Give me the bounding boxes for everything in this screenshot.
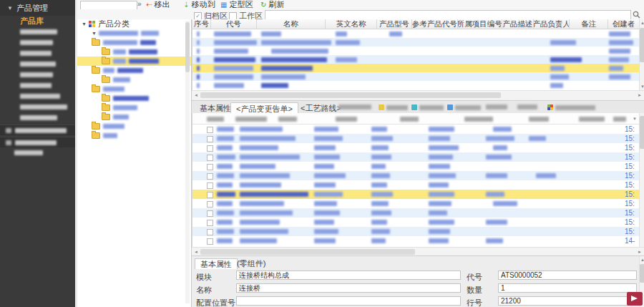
sidebar-item[interactable] [0,59,75,69]
column-header[interactable]: 产品描述 [502,19,534,29]
sidebar-header[interactable]: ▼ 产品管理 [0,0,75,16]
scroll-left-icon[interactable]: ◄ [194,250,198,254]
column-header[interactable]: 参考产品代号 [412,19,458,29]
table-row[interactable]: 15: [192,218,640,227]
scroll-left-icon[interactable]: ◄ [194,93,198,97]
tab-basic-properties[interactable]: 基本属性 [195,258,238,269]
table-row[interactable] [192,55,640,64]
name-field[interactable] [236,283,461,293]
移动到-button[interactable]: ⇣移动到 [180,0,218,9]
table-row[interactable]: 15: [192,180,640,190]
column-header[interactable]: 英文名称 [326,19,377,29]
sidebar-sub-item[interactable] [0,147,75,158]
code-field[interactable] [498,271,637,280]
tree-item[interactable]: ▼ [77,29,191,38]
column-header[interactable]: 代号 [211,19,257,29]
table-row[interactable]: 15: [192,162,640,171]
table-row[interactable]: 14- [192,236,640,245]
移出-button[interactable]: ⇠移出 [143,0,172,9]
column-header[interactable]: 备注 [570,19,608,29]
sidebar-item-product-library[interactable]: 产品库 [0,16,75,26]
detail-toolbar-button[interactable] [447,104,481,110]
table-row[interactable]: 15: [192,143,640,152]
sidebar-item[interactable] [0,91,75,102]
row-checkbox[interactable] [207,155,213,161]
table-row[interactable]: 15: [192,199,640,208]
scroll-down-icon[interactable]: ▼ [640,84,644,89]
component-table-vscrollbar[interactable] [639,113,644,247]
product-table-hscrollbar[interactable]: ◄ ► [192,90,644,99]
tree-scrollbar[interactable] [185,21,190,303]
toolbar-overflow-chevron[interactable]: » [137,0,142,8]
tree-item[interactable] [77,75,191,84]
row-checkbox[interactable] [207,238,213,245]
column-header[interactable]: 序号 [192,19,211,29]
expander-icon[interactable]: ▼ [82,21,87,26]
tree-item[interactable] [77,66,191,75]
row-checkbox[interactable] [207,173,213,180]
sidebar-item[interactable] [0,112,75,123]
row-checkbox[interactable] [207,210,213,217]
detail-toolbar-button[interactable] [338,104,371,109]
table-row[interactable]: 15: [192,125,640,134]
detail-toolbar-button[interactable] [379,104,408,110]
table-row[interactable]: 15: [192,171,640,180]
product-table-vscrollbar[interactable]: ▲ ▼ [639,19,644,90]
table-row[interactable] [192,47,640,55]
detail-toolbar-button[interactable] [547,104,595,110]
quantity-field[interactable] [498,283,637,293]
sidebar-group[interactable] [0,125,75,135]
row-checkbox[interactable] [207,229,213,235]
刷新-button[interactable]: ↻刷新 [258,0,287,9]
sidebar-item[interactable] [0,102,75,112]
tree-item[interactable] [77,94,191,103]
tab-components[interactable]: (零组件) [232,258,270,268]
table-row[interactable] [192,72,640,81]
row-checkbox[interactable] [207,192,213,198]
row-checkbox[interactable] [207,182,213,189]
tree-item[interactable] [77,131,191,140]
tree-item[interactable] [77,122,191,131]
scroll-right-icon[interactable]: ► [638,93,642,97]
position-field[interactable] [236,296,461,306]
tree-item[interactable] [77,103,191,112]
search-icon[interactable] [633,11,640,19]
table-row[interactable]: 15: [192,208,640,218]
scroll-up-icon[interactable]: ▲ [640,258,644,262]
定型区-button[interactable]: ▦定型区 [218,0,255,9]
detail-toolbar-button[interactable] [486,104,507,109]
expander-icon[interactable]: ▼ [92,31,97,36]
table-row[interactable] [192,64,640,72]
column-header[interactable]: 名称 [257,19,326,29]
table-row[interactable] [192,81,640,89]
row-checkbox[interactable] [207,127,213,133]
row-checkbox[interactable] [207,220,213,226]
column-header[interactable]: 产品负责人 [534,19,570,29]
table-row[interactable] [192,29,640,38]
tree-item[interactable] [77,112,191,122]
tree-root-product-category[interactable]: ▼产品分类 [77,19,191,29]
sidebar-group[interactable] [0,137,75,147]
table-row[interactable]: 15: [192,190,640,199]
table-row[interactable] [192,38,640,47]
column-header[interactable]: 创建者 [608,19,640,29]
sidebar-item[interactable] [0,80,75,91]
scroll-up-icon[interactable]: ▲ [640,21,644,25]
sidebar-item[interactable] [0,69,75,80]
corner-alert-badge[interactable] [627,292,643,306]
sidebar-item[interactable] [0,26,75,37]
scroll-right-icon[interactable]: ► [638,250,642,254]
row-checkbox[interactable] [207,136,213,142]
table-row[interactable]: 15: [192,152,640,162]
row-checkbox[interactable] [207,145,213,152]
sidebar-item[interactable] [0,37,75,48]
tree-item[interactable] [77,38,191,47]
table-row[interactable]: 15: [192,134,640,143]
detail-toolbar-button[interactable] [517,104,537,109]
tree-item[interactable] [77,57,191,66]
tree-item[interactable] [77,84,191,94]
tree-item[interactable] [77,47,191,57]
sort-icon[interactable]: ▼ [633,117,637,121]
column-header[interactable]: 产品型号 [377,19,412,29]
detail-toolbar-button[interactable] [411,104,444,110]
